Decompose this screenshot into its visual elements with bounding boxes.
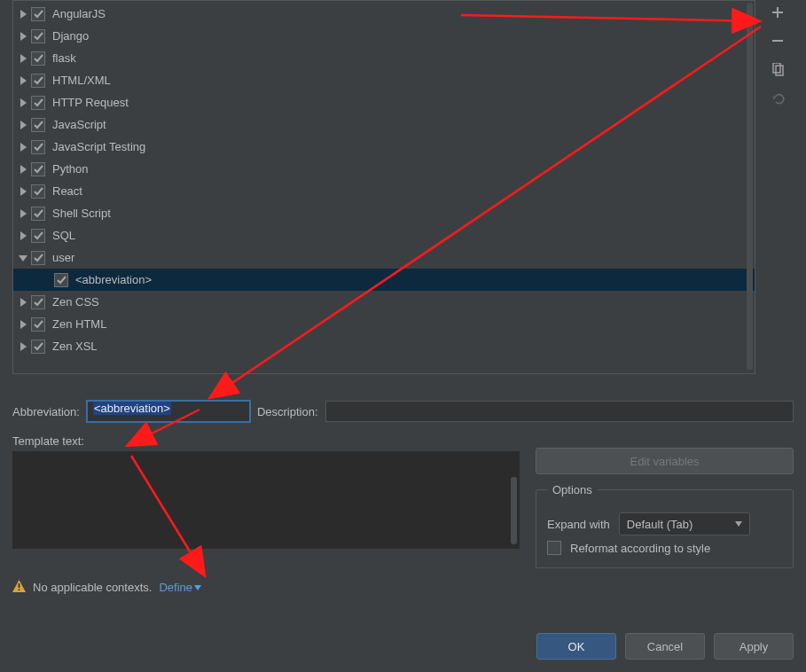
template-tree[interactable]: AngularJSDjangoflaskHTML/XMLHTTP Request… xyxy=(12,0,755,374)
tree-item[interactable]: flask xyxy=(13,47,755,69)
tree-item-label: HTML/XML xyxy=(49,74,111,87)
define-link[interactable]: Define xyxy=(159,581,201,594)
expand-icon[interactable] xyxy=(19,76,27,85)
tree-item[interactable]: JavaScript xyxy=(13,113,755,136)
description-input[interactable] xyxy=(325,401,794,422)
tree-checkbox[interactable] xyxy=(31,118,45,132)
template-editor[interactable] xyxy=(12,451,520,549)
expand-icon[interactable] xyxy=(19,54,27,63)
tree-checkbox[interactable] xyxy=(31,207,45,221)
warning-icon xyxy=(12,580,26,595)
remove-icon[interactable] xyxy=(769,32,786,50)
tree-checkbox[interactable] xyxy=(31,74,45,88)
tree-item-label: SQL xyxy=(49,229,75,242)
tree-item[interactable]: JavaScript Testing xyxy=(13,136,755,158)
tree-item-label: Python xyxy=(49,162,88,176)
tree-toolbar xyxy=(762,4,794,106)
tree-item[interactable]: React xyxy=(13,180,755,202)
expand-icon[interactable] xyxy=(19,121,27,129)
tree-item[interactable]: Django xyxy=(13,25,755,47)
tree-item-label: Django xyxy=(49,29,89,43)
reformat-checkbox[interactable] xyxy=(547,541,561,555)
tree-item-label: <abbreviation> xyxy=(72,273,152,286)
apply-button[interactable]: Apply xyxy=(714,633,794,660)
expand-icon[interactable] xyxy=(19,187,27,196)
ok-button[interactable]: OK xyxy=(536,633,616,660)
svg-rect-2 xyxy=(772,40,783,42)
edit-variables-button[interactable]: Edit variables xyxy=(536,448,794,474)
tree-item[interactable]: HTTP Request xyxy=(13,91,755,113)
tree-checkbox[interactable] xyxy=(31,140,45,154)
tree-checkbox[interactable] xyxy=(31,7,45,21)
warning-text: No applicable contexts. xyxy=(33,581,152,594)
expand-with-combo[interactable]: Default (Tab) xyxy=(619,512,750,535)
tree-checkbox[interactable] xyxy=(31,51,45,66)
tree-item-label: Zen CSS xyxy=(49,295,99,309)
cancel-button[interactable]: Cancel xyxy=(625,633,705,660)
add-icon[interactable] xyxy=(769,4,786,21)
tree-item[interactable]: Shell Script xyxy=(13,202,755,224)
tree-item-label: Zen XSL xyxy=(49,340,98,353)
tree-item-label: flask xyxy=(49,51,76,65)
tree-checkbox[interactable] xyxy=(31,251,45,265)
options-legend: Options xyxy=(547,483,598,496)
expand-icon[interactable] xyxy=(19,231,27,240)
abbreviation-input[interactable]: <abbreviation> xyxy=(87,401,250,422)
tree-item[interactable]: Zen XSL xyxy=(13,335,755,357)
tree-item[interactable]: Zen CSS xyxy=(13,291,755,313)
reformat-label: Reformat according to style xyxy=(570,542,710,555)
tree-item[interactable]: Zen HTML xyxy=(13,313,755,335)
abbreviation-label: Abbreviation: xyxy=(12,405,80,418)
svg-rect-3 xyxy=(773,63,780,73)
tree-item[interactable]: AngularJS xyxy=(13,3,755,25)
svg-rect-5 xyxy=(19,583,20,588)
description-label: Description: xyxy=(257,405,318,418)
collapse-icon[interactable] xyxy=(19,254,27,262)
tree-checkbox[interactable] xyxy=(31,29,45,43)
expand-icon[interactable] xyxy=(19,342,27,351)
tree-item-label: AngularJS xyxy=(49,7,106,20)
options-group: Options Expand with Default (Tab) Reform… xyxy=(536,483,794,568)
tree-checkbox[interactable] xyxy=(31,162,45,176)
tree-item-child[interactable]: <abbreviation> xyxy=(13,269,755,291)
tree-scrollbar[interactable] xyxy=(747,3,753,370)
expand-icon[interactable] xyxy=(19,298,27,307)
expand-icon[interactable] xyxy=(19,143,27,152)
tree-checkbox[interactable] xyxy=(31,229,45,243)
tree-item[interactable]: SQL xyxy=(13,224,755,246)
tree-checkbox[interactable] xyxy=(31,184,45,199)
chevron-down-icon xyxy=(194,585,201,590)
editor-scrollbar[interactable] xyxy=(511,477,517,544)
tree-checkbox[interactable] xyxy=(31,317,45,332)
expand-icon[interactable] xyxy=(19,165,27,174)
chevron-down-icon xyxy=(735,521,742,527)
copy-icon[interactable] xyxy=(769,60,786,78)
tree-item[interactable]: user xyxy=(13,246,755,269)
no-arrow xyxy=(42,276,51,285)
tree-checkbox[interactable] xyxy=(54,273,68,287)
tree-item-label: user xyxy=(49,251,74,264)
tree-item-label: React xyxy=(49,184,82,198)
expand-icon[interactable] xyxy=(19,10,27,19)
expand-with-label: Expand with xyxy=(547,518,610,531)
tree-item-label: HTTP Request xyxy=(49,96,129,109)
tree-item[interactable]: Python xyxy=(13,158,755,180)
undo-icon[interactable] xyxy=(769,89,786,106)
expand-icon[interactable] xyxy=(19,32,27,41)
svg-rect-6 xyxy=(19,590,20,591)
tree-checkbox[interactable] xyxy=(31,340,45,354)
expand-icon[interactable] xyxy=(19,209,27,218)
svg-rect-4 xyxy=(776,66,783,75)
tree-item-label: Zen HTML xyxy=(49,317,106,331)
tree-item-label: Shell Script xyxy=(49,207,111,220)
template-text-label: Template text: xyxy=(12,434,794,448)
tree-item[interactable]: HTML/XML xyxy=(13,69,755,91)
svg-rect-1 xyxy=(772,12,783,13)
expand-icon[interactable] xyxy=(19,98,27,107)
tree-checkbox[interactable] xyxy=(31,295,45,309)
expand-icon[interactable] xyxy=(19,320,27,329)
tree-item-label: JavaScript xyxy=(49,118,106,131)
tree-checkbox[interactable] xyxy=(31,96,45,110)
tree-item-label: JavaScript Testing xyxy=(49,140,145,153)
